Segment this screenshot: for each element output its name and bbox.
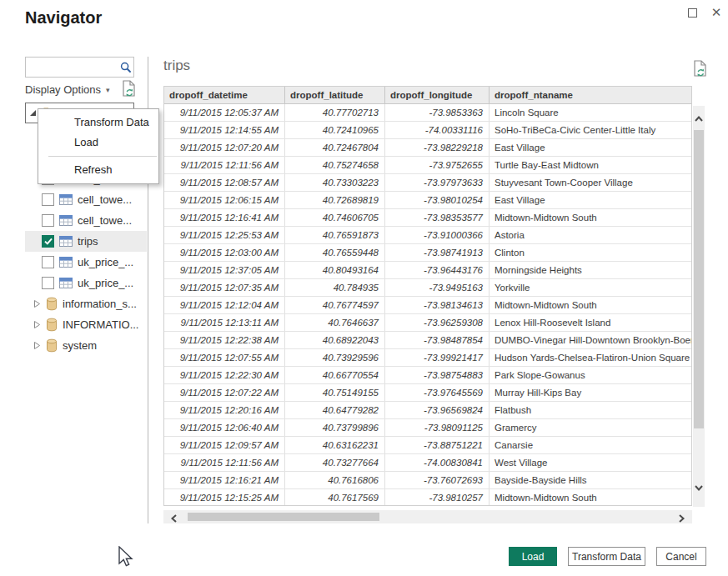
table-row[interactable]: 9/11/2015 12:03:00 AM40.76559448-73.9874… xyxy=(164,244,691,262)
search-icon[interactable] xyxy=(118,62,133,73)
table-row[interactable]: 9/11/2015 12:05:37 AM40.77702713-73.9853… xyxy=(164,104,691,122)
cell-ntaname: DUMBO-Vinegar Hill-Downtown Brooklyn-Boe… xyxy=(490,332,691,348)
cell-ntaname: Morningside Heights xyxy=(490,262,691,278)
close-icon: ✕ xyxy=(711,5,722,20)
table-row[interactable]: 9/11/2015 12:37:05 AM40.80493164-73.9644… xyxy=(164,262,691,279)
table-row[interactable]: 9/11/2015 12:22:38 AM40.68922043-73.9848… xyxy=(164,332,691,349)
table-row[interactable]: 9/11/2015 12:07:35 AM40.784935-73.949516… xyxy=(164,279,691,297)
cell-value: 40.76591873 xyxy=(285,227,385,243)
tree-item-table[interactable]: cell_towe... xyxy=(25,189,147,210)
vertical-scrollbar[interactable] xyxy=(693,106,705,507)
cell-ntaname: East Village xyxy=(490,192,691,208)
table-checkbox[interactable] xyxy=(42,277,54,289)
cell-value: -74.00331116 xyxy=(385,122,490,138)
cell-value: 40.80493164 xyxy=(285,262,385,278)
scroll-down-icon[interactable] xyxy=(694,480,704,495)
table-row[interactable]: 9/11/2015 12:13:11 AM40.7646637-73.96259… xyxy=(164,314,691,332)
table-row[interactable]: 9/11/2015 12:07:55 AM40.73929596-73.9992… xyxy=(164,349,691,367)
tree-item-label: cell_towe... xyxy=(78,214,132,227)
search-input[interactable] xyxy=(26,58,118,77)
tree-item-group[interactable]: system xyxy=(25,335,147,356)
menu-item[interactable]: Transform Data xyxy=(38,113,158,133)
table-icon xyxy=(59,278,73,288)
table-row[interactable]: 9/11/2015 12:16:41 AM40.74606705-73.9835… xyxy=(164,209,691,227)
horizontal-scrollbar[interactable] xyxy=(163,510,692,523)
table-row[interactable]: 9/11/2015 12:15:25 AM40.7617569-73.98102… xyxy=(164,489,691,506)
scroll-up-icon[interactable] xyxy=(694,111,704,126)
refresh-preview-icon[interactable] xyxy=(122,80,136,102)
close-button[interactable]: ✕ xyxy=(705,3,727,22)
transform-data-button[interactable]: Transform Data xyxy=(568,547,645,566)
display-options-dropdown[interactable]: Display Options ▾ xyxy=(25,83,110,96)
tree-item-label: information_s... xyxy=(63,298,137,310)
tree-item-table[interactable]: uk_price_... xyxy=(25,273,147,293)
tree-item-label: uk_price_... xyxy=(78,256,133,268)
tree-item-label: system xyxy=(63,339,97,352)
table-row[interactable]: 9/11/2015 12:22:30 AM40.66770554-73.9875… xyxy=(164,367,691,384)
chevron-down-icon: ▾ xyxy=(106,86,110,94)
cell-value: 40.73929596 xyxy=(285,349,385,366)
maximize-button[interactable] xyxy=(681,3,703,22)
load-button[interactable]: Load xyxy=(509,547,557,566)
cell-value: 9/11/2015 12:25:53 AM xyxy=(164,227,285,243)
cell-ntaname: Lenox Hill-Roosevelt Island xyxy=(490,314,691,331)
cell-ntaname: Bayside-Bayside Hills xyxy=(490,472,691,488)
cell-value: 9/11/2015 12:11:56 AM xyxy=(164,157,285,173)
database-icon xyxy=(46,318,58,332)
cell-value: 40.64779282 xyxy=(285,402,385,418)
cell-value: 9/11/2015 12:22:38 AM xyxy=(164,332,285,348)
horizontal-scrollbar-thumb[interactable] xyxy=(188,513,379,521)
table-row[interactable]: 9/11/2015 12:16:21 AM40.7616806-73.76072… xyxy=(164,472,691,489)
vertical-scrollbar-thumb[interactable] xyxy=(694,130,704,428)
scroll-right-icon[interactable] xyxy=(678,512,685,527)
table-checkbox[interactable] xyxy=(42,256,54,268)
cell-value: 9/11/2015 12:03:00 AM xyxy=(164,244,285,261)
table-row[interactable]: 9/11/2015 12:11:56 AM40.73277664-74.0083… xyxy=(164,454,691,472)
table-row[interactable]: 9/11/2015 12:07:22 AM40.75149155-73.9764… xyxy=(164,384,691,402)
cell-value: -73.9752655 xyxy=(385,157,490,173)
tree-item-table[interactable]: trips xyxy=(25,231,147,252)
table-row[interactable]: 9/11/2015 12:11:56 AM40.75274658-73.9752… xyxy=(164,157,691,174)
table-checkbox[interactable] xyxy=(42,193,54,206)
table-row[interactable]: 9/11/2015 12:06:40 AM40.73799896-73.9809… xyxy=(164,419,691,437)
table-checkbox[interactable] xyxy=(42,214,54,227)
cell-ntaname: Park Slope-Gowanus xyxy=(490,367,691,383)
tree-item-label: trips xyxy=(78,235,98,248)
table-row[interactable]: 9/11/2015 12:07:20 AM40.72467804-73.9822… xyxy=(164,139,691,157)
table-row[interactable]: 9/11/2015 12:14:55 AM40.72410965-74.0033… xyxy=(164,122,691,139)
cell-value: 40.66770554 xyxy=(285,367,385,383)
table-row[interactable]: 9/11/2015 12:20:16 AM40.64779282-73.9656… xyxy=(164,402,691,419)
cell-value: 9/11/2015 12:07:35 AM xyxy=(164,279,285,296)
cell-value: -73.96443176 xyxy=(385,262,490,278)
table-row[interactable]: 9/11/2015 12:08:57 AM40.73303223-73.9797… xyxy=(164,174,691,192)
table-row[interactable]: 9/11/2015 12:09:57 AM40.63162231-73.8875… xyxy=(164,437,691,454)
table-icon xyxy=(59,236,73,247)
table-row[interactable]: 9/11/2015 12:25:53 AM40.76591873-73.9100… xyxy=(164,227,691,244)
table-row[interactable]: 9/11/2015 12:12:04 AM40.76774597-73.9813… xyxy=(164,297,691,314)
tree-item-table[interactable]: cell_towe... xyxy=(25,210,147,231)
cell-value: -73.96569824 xyxy=(385,402,490,418)
scroll-left-icon[interactable] xyxy=(170,512,178,527)
cell-value: 40.7646637 xyxy=(285,314,385,331)
column-header: dropoff_latitude xyxy=(285,87,385,103)
cell-value: -73.9810257 xyxy=(385,489,490,506)
cell-value: 9/11/2015 12:06:40 AM xyxy=(164,419,285,436)
cell-value: -73.98741913 xyxy=(385,244,490,261)
database-icon xyxy=(46,297,58,311)
cell-value: -73.9495163 xyxy=(385,279,490,296)
tree-item-table[interactable]: uk_price_... xyxy=(25,252,147,273)
menu-item[interactable]: Load xyxy=(38,133,158,153)
mouse-cursor xyxy=(118,546,135,573)
cell-value: 9/11/2015 12:05:37 AM xyxy=(164,104,285,121)
cell-value: 40.7617569 xyxy=(285,489,385,506)
tree-item-group[interactable]: INFORMATIO... xyxy=(25,314,147,335)
menu-item[interactable]: Refresh xyxy=(38,160,158,180)
cell-value: -73.97973633 xyxy=(385,174,490,191)
tree-item-group[interactable]: information_s... xyxy=(25,293,147,314)
refresh-table-icon[interactable] xyxy=(693,60,707,82)
table-row[interactable]: 9/11/2015 12:06:15 AM40.72689819-73.9801… xyxy=(164,192,691,209)
cancel-button[interactable]: Cancel xyxy=(656,547,706,566)
cell-value: -73.96259308 xyxy=(385,314,490,331)
cell-value: 40.68922043 xyxy=(285,332,385,348)
table-checkbox[interactable] xyxy=(42,235,54,248)
